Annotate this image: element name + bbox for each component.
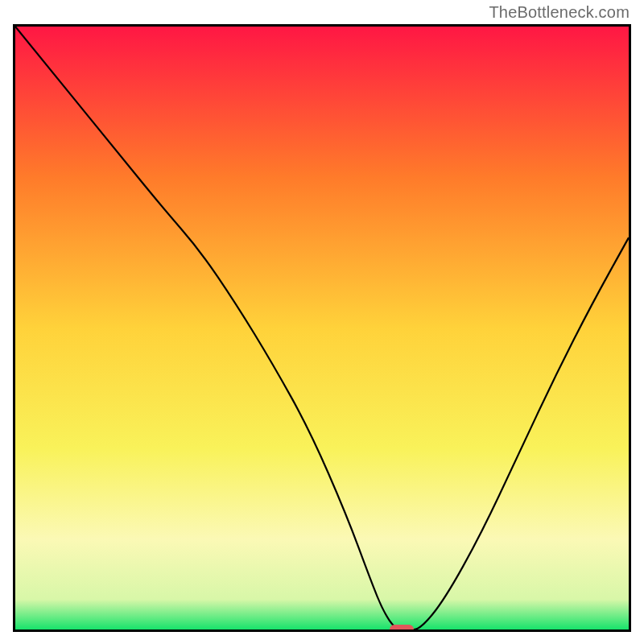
bottleneck-curve (15, 27, 629, 630)
optimal-marker (390, 625, 414, 632)
watermark-text: TheBottleneck.com (489, 3, 630, 22)
chart-curve-layer (15, 27, 629, 630)
chart-plot-area (13, 24, 631, 632)
